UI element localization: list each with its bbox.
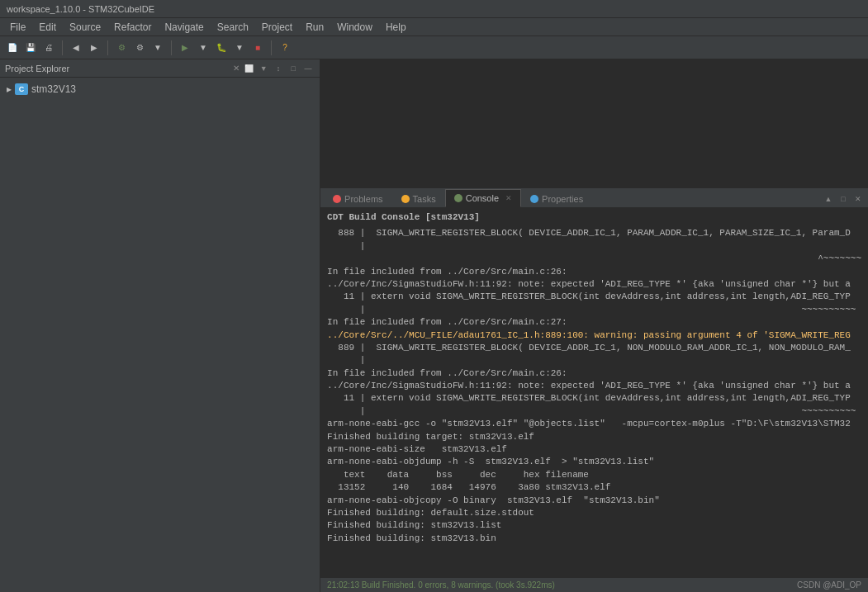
back-button[interactable]: ◀: [67, 39, 85, 57]
build-status: 21:02:13 Build Finished. 0 errors, 8 war…: [327, 580, 555, 590]
window-title: workspace_1.10.0 - STM32CubeIDE: [7, 4, 154, 14]
menu-window[interactable]: Window: [330, 20, 379, 35]
debug-config-button[interactable]: ▼: [230, 39, 249, 57]
tab-console[interactable]: Console ✕: [445, 189, 521, 207]
project-name: stm32V13: [31, 83, 76, 95]
tab-properties[interactable]: Properties: [521, 189, 592, 207]
console-line: arm-none-eabi-objdump -h -S stm32V13.elf…: [327, 456, 861, 468]
menu-navigate[interactable]: Navigate: [158, 20, 210, 35]
print-button[interactable]: 🖨: [40, 39, 58, 57]
tab-tasks[interactable]: Tasks: [392, 189, 445, 207]
console-line: | ~~~~~~~~~~: [327, 405, 861, 418]
project-item[interactable]: ▸ C stm32V13: [3, 81, 316, 97]
toolbar-build-group: ⚙ ⚙ ▼: [112, 39, 167, 57]
menu-refactor[interactable]: Refactor: [107, 20, 158, 35]
console-line: ../Core/Inc/SigmaStudioFW.h:11:92: note:…: [327, 380, 861, 392]
project-explorer-close[interactable]: ✕: [230, 63, 242, 74]
toolbar-sep-1: [62, 40, 63, 55]
menu-file[interactable]: File: [3, 20, 32, 35]
console-line: 11 | extern void SIGMA_WRITE_REGISTER_BL…: [327, 291, 861, 303]
forward-button[interactable]: ▶: [85, 39, 103, 57]
menu-search[interactable]: Search: [211, 20, 255, 35]
bottom-panel: Problems Tasks Console ✕ Properties ▲: [320, 187, 868, 592]
project-explorer-header: Project Explorer ✕ ⬜ ▼ ↕ □ —: [0, 59, 320, 78]
run-button[interactable]: ▶: [176, 39, 194, 57]
expand-panel-btn[interactable]: ▲: [822, 192, 835, 206]
problems-label: Problems: [344, 194, 382, 204]
minimize-btn[interactable]: —: [301, 62, 315, 75]
tasks-icon: [401, 195, 410, 203]
new-button[interactable]: 📄: [3, 39, 21, 57]
console-line: 888 | SIGMA_WRITE_REGISTER_BLOCK( DEVICE…: [327, 227, 861, 239]
console-line: ^~~~~~~~: [327, 253, 861, 265]
console-label: Console: [466, 193, 499, 203]
close-panel-btn[interactable]: ✕: [851, 192, 865, 206]
console-line: arm-none-eabi-size stm32V13.elf: [327, 443, 861, 456]
tasks-label: Tasks: [413, 194, 436, 204]
console-line: Finished building: stm32V13.bin: [327, 533, 861, 545]
debug-button[interactable]: 🐛: [212, 39, 230, 57]
console-line: In file included from ../Core/Src/main.c…: [327, 316, 861, 329]
console-line: In file included from ../Core/Src/main.c…: [327, 266, 861, 278]
toolbar-sep-2: [107, 40, 108, 55]
console-line: 13152 140 1684 14976 3a80 stm32V13.elf: [327, 481, 861, 494]
console-line: |: [327, 354, 861, 367]
toolbar-nav-group: ◀ ▶: [67, 39, 103, 57]
menu-bar: File Edit Source Refactor Navigate Searc…: [0, 18, 868, 36]
help-button[interactable]: ?: [276, 39, 294, 57]
console-line: Finished building: default.size.stdout: [327, 507, 861, 519]
build-all-button[interactable]: ⚙: [130, 39, 149, 57]
editor-area: [320, 59, 868, 187]
console-line: Finished building: stm32V13.list: [327, 519, 861, 532]
left-panel: Project Explorer ✕ ⬜ ▼ ↕ □ — ▸ C stm32V1…: [0, 59, 320, 592]
console-title: CDT Build Console [stm32V13]: [327, 211, 861, 224]
build-button[interactable]: ⚙: [112, 39, 130, 57]
maximize-panel-btn[interactable]: □: [837, 192, 850, 206]
menu-run[interactable]: Run: [299, 20, 330, 35]
project-explorer-tab: Project Explorer: [5, 64, 230, 73]
right-panel: Problems Tasks Console ✕ Properties ▲: [320, 59, 868, 592]
run-config-button[interactable]: ▼: [194, 39, 212, 57]
console-line: ../Core/Src/../MCU_FILE/adau1761_IC_1.h:…: [327, 329, 861, 342]
properties-icon: [530, 195, 538, 203]
filter-btn[interactable]: ▼: [257, 62, 270, 75]
console-line: Finished building target: stm32V13.elf: [327, 431, 861, 443]
stop-button[interactable]: ■: [249, 39, 267, 57]
maximize-btn[interactable]: □: [287, 62, 300, 75]
console-line: arm-none-eabi-gcc -o "stm32V13.elf" "@ob…: [327, 418, 861, 430]
toolbar-sep-4: [271, 40, 272, 55]
project-icon: C: [15, 83, 28, 95]
build-config-button[interactable]: ▼: [149, 39, 167, 57]
toolbar-sep-3: [171, 40, 172, 55]
menu-help[interactable]: Help: [379, 20, 413, 35]
toolbar-misc-group: ?: [276, 39, 294, 57]
console-line: 11 | extern void SIGMA_WRITE_REGISTER_BL…: [327, 392, 861, 405]
title-bar: workspace_1.10.0 - STM32CubeIDE: [0, 0, 868, 18]
project-expand-icon: ▸: [7, 83, 12, 95]
save-button[interactable]: 💾: [21, 39, 40, 57]
status-bar: 21:02:13 Build Finished. 0 errors, 8 war…: [320, 577, 868, 592]
tab-problems[interactable]: Problems: [324, 189, 391, 207]
main-layout: Project Explorer ✕ ⬜ ▼ ↕ □ — ▸ C stm32V1…: [0, 59, 868, 592]
console-line: | ~~~~~~~~~~: [327, 304, 861, 316]
console-content[interactable]: CDT Build Console [stm32V13] 888 | SIGMA…: [320, 208, 868, 577]
properties-label: Properties: [542, 194, 583, 204]
problems-icon: [333, 195, 341, 203]
toolbar: 📄 💾 🖨 ◀ ▶ ⚙ ⚙ ▼ ▶ ▼ 🐛 ▼ ■ ?: [0, 36, 868, 59]
project-tree: ▸ C stm32V13: [0, 78, 320, 592]
console-line: |: [327, 240, 861, 253]
menu-edit[interactable]: Edit: [32, 20, 63, 35]
menu-source[interactable]: Source: [63, 20, 107, 35]
bottom-tab-actions: ▲ □ ✕: [822, 192, 865, 207]
sync-btn[interactable]: ↕: [272, 62, 285, 75]
menu-project[interactable]: Project: [255, 20, 299, 35]
toolbar-run-group: ▶ ▼ 🐛 ▼ ■: [176, 39, 267, 57]
console-line: In file included from ../Core/Src/main.c…: [327, 367, 861, 380]
console-line: arm-none-eabi-objcopy -O binary stm32V13…: [327, 495, 861, 507]
bottom-tabs: Problems Tasks Console ✕ Properties ▲: [320, 188, 868, 208]
toolbar-file-group: 📄 💾 🖨: [3, 39, 58, 57]
console-line: text data bss dec hex filename: [327, 469, 861, 481]
console-close[interactable]: ✕: [505, 194, 512, 202]
collapse-btn[interactable]: ⬜: [242, 62, 255, 75]
header-actions: ⬜ ▼ ↕ □ —: [242, 62, 315, 75]
